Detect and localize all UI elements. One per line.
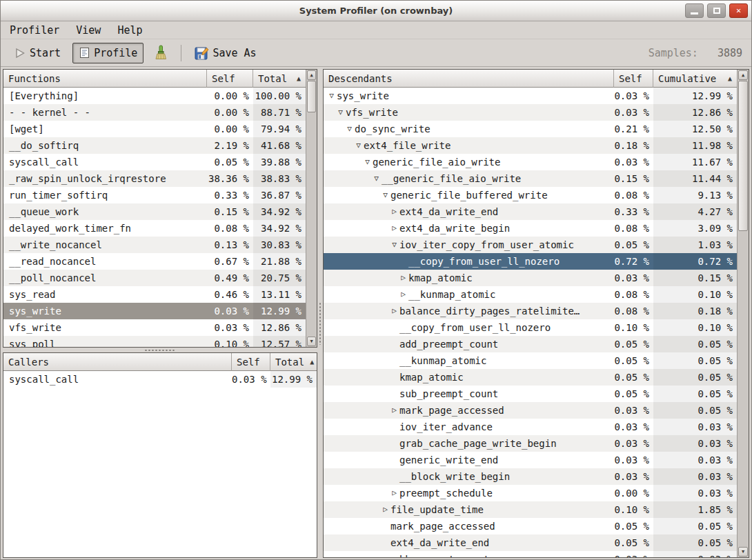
functions-scrollbar-thumb[interactable] [307,81,316,112]
expander-closed-icon[interactable]: ▷ [389,303,399,319]
column-header-functions[interactable]: Functions [3,70,207,88]
expander-open-icon[interactable]: ▽ [353,137,364,154]
tree-row[interactable]: ▽generic_file_buffered_write0.08 %9.13 % [324,187,737,203]
column-header-self[interactable]: Self [614,70,653,88]
expander-open-icon[interactable]: ▽ [362,154,373,170]
titlebar: System Profiler (on crownbay) ✕ [1,1,751,21]
menu-view[interactable]: View [76,24,101,37]
menu-profiler[interactable]: Profiler [10,24,59,37]
reset-button[interactable] [148,41,174,66]
tree-row[interactable]: ▽iov_iter_copy_from_user_atomic0.05 %1.0… [324,237,737,253]
table-row[interactable]: vfs_write0.03 %12.86 % [3,319,306,336]
expander-closed-icon[interactable]: ▷ [389,485,399,501]
table-row[interactable]: __read_nocancel0.67 %21.88 % [3,253,306,270]
tree-row[interactable]: ▷balance_dirty_pages_ratelimite…0.08 %0.… [324,303,737,319]
menu-help[interactable]: Help [117,24,142,37]
scroll-up-icon[interactable]: ▲ [307,70,316,80]
expander-open-icon[interactable]: ▽ [371,170,382,187]
tree-row[interactable]: kmap_atomic0.05 %0.05 % [324,369,737,386]
self-value-cell: 0.72 % [614,253,653,270]
expander-open-icon[interactable]: ▽ [344,121,355,137]
tree-row[interactable]: add_preempt_count0.03 %0.03 % [324,551,737,557]
table-row[interactable]: sys_read0.46 %13.11 % [3,286,306,303]
tree-row[interactable]: __copy_from_user_ll_nozero0.10 %0.10 % [324,319,737,336]
table-row[interactable]: __poll_nocancel0.49 %20.75 % [3,270,306,286]
scroll-up-icon[interactable]: ▲ [738,70,748,80]
functions-scrollbar[interactable]: ▲ ▼ [306,70,317,347]
expander-closed-icon[interactable]: ▷ [389,220,399,237]
function-name: add_preempt_count [399,336,498,352]
save-as-button[interactable]: Save As [188,42,262,64]
tree-row[interactable]: ▽sys_write0.03 %12.99 % [324,88,737,104]
expander-closed-icon[interactable]: ▷ [398,286,408,303]
descendants-scrollbar-thumb[interactable] [738,81,748,231]
tree-row[interactable]: ▷ext4_da_write_begin0.08 %3.09 % [324,220,737,237]
function-name: __block_write_begin [399,468,510,485]
table-row[interactable]: sys_poll0.10 %12.57 % [3,336,306,347]
maximize-button[interactable] [707,3,726,18]
column-header-callers[interactable]: Callers [3,353,232,371]
table-row[interactable]: delayed_work_timer_fn0.08 %34.92 % [3,220,306,237]
table-row[interactable]: __queue_work0.15 %34.92 % [3,203,306,220]
expander-open-icon[interactable]: ▽ [326,88,337,104]
tree-row[interactable]: ▷mark_page_accessed0.03 %0.05 % [324,402,737,419]
horizontal-splitter[interactable] [3,348,317,352]
column-header-total[interactable]: Total▲ [253,70,306,88]
tree-row[interactable]: ▽vfs_write0.03 %12.86 % [324,104,737,121]
vertical-splitter[interactable] [317,69,323,558]
expander-closed-icon[interactable]: ▷ [380,501,390,518]
tree-row[interactable]: ▽__generic_file_aio_write0.15 %11.44 % [324,170,737,187]
expander-open-icon[interactable]: ▽ [389,237,399,253]
column-header-cumulative[interactable]: Cumulative▲ [653,70,737,88]
tree-row[interactable]: __block_write_begin0.03 %0.03 % [324,468,737,485]
column-header-total[interactable]: Total▲ [270,353,317,371]
column-header-self[interactable]: Self [207,70,253,88]
table-row[interactable]: __write_nocancel0.13 %30.83 % [3,237,306,253]
table-row[interactable]: - - kernel - -0.00 %88.71 % [3,104,306,121]
minimize-button[interactable] [685,3,704,18]
descendants-scrollbar[interactable]: ▲ ▼ [737,70,749,557]
close-button[interactable]: ✕ [729,3,748,18]
start-button[interactable]: Start [8,43,67,63]
table-row[interactable]: syscall_call0.05 %39.88 % [3,154,306,170]
function-name-cell: __kunmap_atomic [324,352,614,369]
tree-row[interactable]: ▷kmap_atomic0.03 %0.15 % [324,270,737,286]
table-row[interactable]: run_timer_softirq0.33 %36.87 % [3,187,306,203]
scroll-down-icon[interactable]: ▼ [738,547,748,557]
tree-row[interactable]: grab_cache_page_write_begin0.03 %0.03 % [324,435,737,452]
self-value-cell: 0.00 % [207,121,253,137]
expander-closed-icon[interactable]: ▷ [389,402,399,419]
tree-row[interactable]: generic_write_end0.03 %0.03 % [324,452,737,468]
profile-toggle-button[interactable]: Profile [72,43,144,63]
tree-row[interactable]: ▽ext4_file_write0.18 %11.98 % [324,137,737,154]
tree-row[interactable]: ▷ext4_da_write_end0.33 %4.27 % [324,203,737,220]
tree-row[interactable]: ▽do_sync_write0.21 %12.50 % [324,121,737,137]
self-value-cell: 0.08 % [614,303,653,319]
function-name-cell: __do_softirq [3,137,207,154]
expander-closed-icon[interactable]: ▷ [398,270,408,286]
tree-row[interactable]: ▽generic_file_aio_write0.03 %11.67 % [324,154,737,170]
expander-open-icon[interactable]: ▽ [335,104,346,121]
expander-open-icon[interactable]: ▽ [380,187,390,203]
tree-row[interactable]: add_preempt_count0.05 %0.05 % [324,336,737,352]
column-header-descendants[interactable]: Descendants [324,70,614,88]
table-row[interactable]: syscall_call0.03 %12.99 % [3,371,317,388]
tree-row[interactable]: __copy_from_user_ll_nozero0.72 %0.72 % [324,253,737,270]
tree-row[interactable]: ▷__kunmap_atomic0.08 %0.10 % [324,286,737,303]
table-row[interactable]: sys_write0.03 %12.99 % [3,303,306,319]
tree-row[interactable]: sub_preempt_count0.05 %0.05 % [324,386,737,402]
column-header-self[interactable]: Self [232,353,270,371]
total-value-cell: 34.92 % [253,220,306,237]
tree-row[interactable]: ▷file_update_time0.10 %1.85 % [324,501,737,518]
table-row[interactable]: __do_softirq2.19 %41.68 % [3,137,306,154]
tree-row[interactable]: iov_iter_advance0.03 %0.03 % [324,419,737,435]
tree-row[interactable]: __kunmap_atomic0.05 %0.05 % [324,352,737,369]
expander-closed-icon[interactable]: ▷ [389,203,399,220]
table-row[interactable]: [Everything]0.00 %100.00 % [3,88,306,104]
table-row[interactable]: _raw_spin_unlock_irqrestore38.36 %38.83 … [3,170,306,187]
tree-row[interactable]: mark_page_accessed0.05 %0.05 % [324,518,737,534]
tree-row[interactable]: ext4_da_write_end0.05 %0.05 % [324,534,737,551]
table-row[interactable]: [wget]0.00 %79.94 % [3,121,306,137]
tree-row[interactable]: ▷preempt_schedule0.00 %0.03 % [324,485,737,501]
scroll-down-icon[interactable]: ▼ [307,337,316,346]
